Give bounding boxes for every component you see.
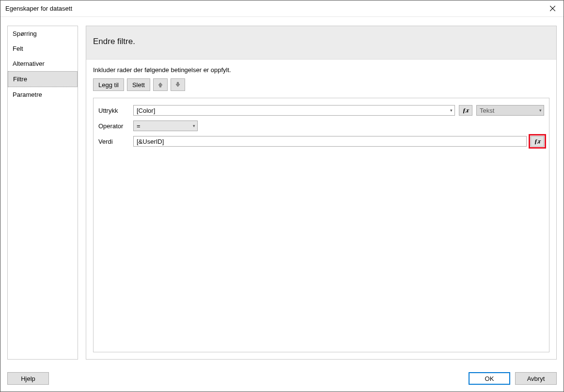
help-button[interactable]: Hjelp	[7, 372, 49, 385]
arrow-down-icon	[175, 82, 181, 88]
dialog-footer: Hjelp OK Avbryt	[0, 366, 564, 392]
value-fx-button[interactable]: ƒ𝑥	[531, 136, 544, 147]
operator-value: =	[137, 122, 141, 130]
expression-fx-button[interactable]: ƒ𝑥	[459, 105, 472, 116]
chevron-down-icon: ▾	[447, 108, 453, 113]
expression-row: Uttrykk [Color] ▾ ƒ𝑥 Tekst ▾	[98, 105, 544, 116]
expression-value: [Color]	[137, 107, 155, 114]
arrow-up-icon	[157, 82, 163, 88]
close-icon	[550, 6, 555, 11]
page-title: Endre filtre.	[86, 26, 556, 60]
main-panel: Endre filtre. Inkluder rader der følgend…	[86, 26, 557, 360]
sidebar-item-query[interactable]: Spørring	[8, 26, 78, 41]
operator-label: Operator	[98, 122, 129, 130]
window-title: Egenskaper for datasett	[5, 5, 72, 12]
chevron-down-icon: ▾	[536, 108, 542, 113]
value-input[interactable]	[133, 136, 527, 147]
operator-row: Operator = ▾	[98, 121, 544, 131]
value-label: Verdi	[98, 138, 129, 145]
sidebar-item-parameters[interactable]: Parametre	[8, 87, 78, 102]
move-up-button[interactable]	[153, 78, 168, 91]
filter-panel: Uttrykk [Color] ▾ ƒ𝑥 Tekst ▾ Operator	[93, 98, 549, 352]
type-combo[interactable]: Tekst ▾	[476, 105, 544, 116]
footer-right: OK Avbryt	[469, 372, 557, 385]
ok-button[interactable]: OK	[469, 372, 510, 385]
close-button[interactable]	[541, 1, 564, 16]
sidebar-item-filters[interactable]: Filtre	[8, 71, 78, 87]
operator-combo[interactable]: = ▾	[133, 121, 198, 131]
move-down-button[interactable]	[171, 78, 185, 91]
chevron-down-icon: ▾	[190, 123, 195, 128]
titlebar: Egenskaper for datasett	[0, 0, 564, 17]
value-row: Verdi ƒ𝑥	[98, 136, 544, 147]
sidebar-item-options[interactable]: Alternativer	[8, 56, 78, 71]
expression-combo[interactable]: [Color] ▾	[133, 105, 455, 116]
add-button[interactable]: Legg til	[93, 78, 124, 91]
delete-button[interactable]: Slett	[127, 78, 150, 91]
expression-label: Uttrykk	[98, 107, 129, 114]
type-value: Tekst	[480, 107, 494, 114]
cancel-button[interactable]: Avbryt	[515, 372, 557, 385]
sidebar-item-fields[interactable]: Felt	[8, 41, 78, 56]
dataset-properties-dialog: Egenskaper for datasett Spørring Felt Al…	[0, 0, 564, 392]
sidebar: Spørring Felt Alternativer Filtre Parame…	[7, 26, 78, 360]
hint-text: Inkluder rader der følgende betingelser …	[93, 66, 549, 74]
dialog-body: Spørring Felt Alternativer Filtre Parame…	[0, 17, 564, 366]
main-content: Inkluder rader der følgende betingelser …	[86, 60, 556, 359]
filter-toolbar: Legg til Slett	[93, 78, 549, 91]
